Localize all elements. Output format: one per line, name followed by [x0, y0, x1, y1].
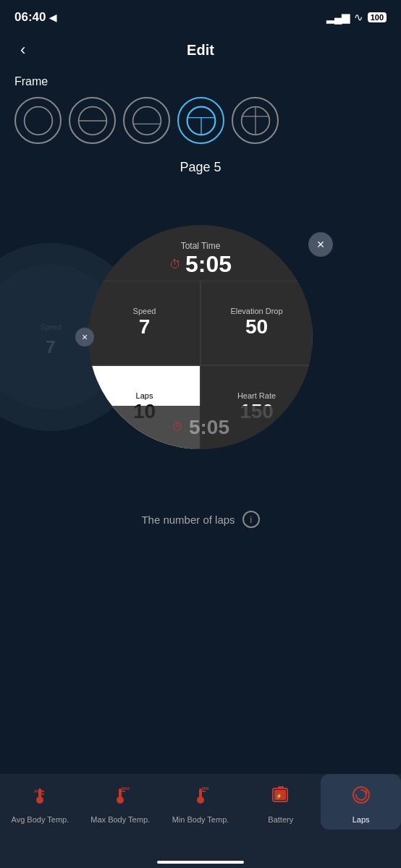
speed-label: Speed — [133, 307, 156, 315]
elevation-label: Elevation Drop — [230, 307, 282, 315]
svg-text:AVG: AVG — [34, 789, 43, 793]
watch-area: Speed 7 × × Total Time ⏱ 5:05 — [0, 185, 401, 489]
watch-cell-speed[interactable]: Speed 7 — [88, 281, 200, 365]
watch-container: × × Total Time ⏱ 5:05 Speed — [88, 225, 313, 449]
laps-nav-label: Laps — [353, 815, 370, 824]
nav-items: AVG Avg Body Temp. MAX Max Body Temp. — [0, 774, 401, 856]
watch-face: Total Time ⏱ 5:05 Speed 7 Elevation — [88, 225, 313, 449]
page-title: Page 5 — [0, 154, 401, 185]
elevation-value: 50 — [245, 315, 268, 339]
watch-top-section: Total Time ⏱ 5:05 — [88, 225, 313, 281]
frame-option-1[interactable] — [14, 97, 62, 144]
home-indicator — [157, 861, 244, 864]
battery-label: Battery — [268, 815, 293, 824]
frame-option-4[interactable] — [177, 97, 224, 144]
laps-label: Laps — [136, 391, 153, 400]
battery-level: 100 — [368, 12, 387, 22]
avg-body-temp-icon: AVG — [29, 784, 51, 811]
nav-item-laps[interactable]: Laps — [321, 774, 401, 830]
info-text: The number of laps — [141, 514, 235, 526]
frame-option-5[interactable] — [232, 97, 279, 144]
speed-value: 7 — [139, 315, 151, 339]
watch-cell-elevation[interactable]: Elevation Drop 50 — [200, 281, 313, 365]
watch-bottom-value: ⏱ 5:05 — [172, 416, 229, 439]
svg-rect-26 — [278, 786, 284, 789]
avg-body-temp-label: Avg Body Temp. — [12, 815, 69, 824]
nav-item-min-body-temp[interactable]: MIN Min Body Temp. — [161, 774, 241, 830]
svg-point-0 — [24, 106, 52, 135]
max-body-temp-icon: MAX — [109, 784, 131, 811]
svg-text:MAX: MAX — [122, 786, 130, 791]
header: ‹ Edit — [0, 32, 401, 68]
frame-option-2[interactable] — [69, 97, 116, 144]
nav-item-avg-body-temp[interactable]: AVG Avg Body Temp. — [0, 774, 80, 830]
left-close-button[interactable]: × — [75, 328, 94, 346]
nav-item-battery[interactable]: ⚡ Battery — [240, 774, 321, 830]
watch-top-value-row: ⏱ 5:05 — [88, 251, 313, 278]
close-button[interactable]: × — [308, 232, 333, 257]
frame-section-label: Frame — [0, 68, 401, 94]
max-body-temp-label: Max Body Temp. — [90, 815, 150, 824]
back-button[interactable]: ‹ — [14, 38, 31, 62]
info-button[interactable]: i — [242, 511, 260, 528]
watch-top-label: Total Time — [88, 241, 313, 251]
min-body-temp-icon: MIN — [190, 784, 211, 811]
bottom-nav: AVG Avg Body Temp. MAX Max Body Temp. — [0, 774, 401, 868]
svg-text:⚡: ⚡ — [276, 793, 282, 799]
location-icon: ◀ — [49, 12, 56, 23]
watch-top-value: 5:05 — [185, 251, 232, 278]
status-right: ▂▄▆ ∿ 100 — [326, 11, 387, 24]
time-display: 06:40 — [14, 10, 46, 25]
info-section: The number of laps i — [0, 489, 401, 540]
status-bar: 06:40 ◀ ▂▄▆ ∿ 100 — [0, 0, 401, 32]
watch-content: Total Time ⏱ 5:05 Speed 7 Elevation — [88, 225, 313, 449]
header-title: Edit — [187, 42, 214, 59]
laps-nav-icon — [350, 784, 372, 811]
nav-item-max-body-temp[interactable]: MAX Max Body Temp. — [80, 774, 161, 830]
frame-option-3[interactable] — [123, 97, 170, 144]
wifi-icon: ∿ — [354, 11, 363, 24]
heartrate-label: Heart Rate — [237, 391, 276, 400]
bottom-icon: ⏱ — [172, 421, 183, 434]
signal-icon: ▂▄▆ — [326, 11, 350, 24]
watch-bottom-overlay: ⏱ 5:05 — [88, 406, 313, 449]
bottom-time-value: 5:05 — [189, 416, 229, 439]
total-time-icon: ⏱ — [169, 258, 181, 271]
battery-icon: ⚡ — [271, 784, 290, 811]
svg-point-3 — [132, 106, 161, 135]
svg-text:MIN: MIN — [202, 786, 209, 791]
min-body-temp-label: Min Body Temp. — [172, 815, 229, 824]
frame-selector — [0, 94, 401, 154]
status-time: 06:40 ◀ — [14, 10, 56, 25]
